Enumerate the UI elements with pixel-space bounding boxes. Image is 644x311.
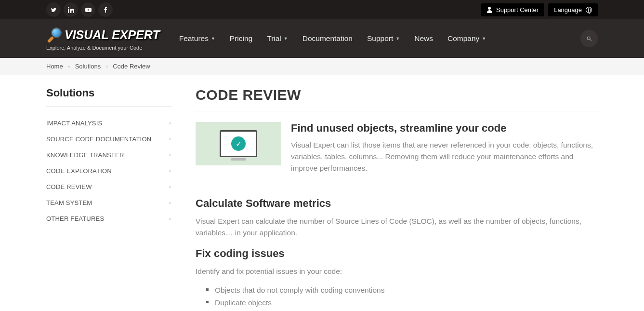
nav-pricing[interactable]: Pricing [230, 34, 252, 43]
nav-support[interactable]: Support▼ [367, 34, 400, 43]
nav-news[interactable]: News [414, 34, 433, 43]
sidebar-title: Solutions [46, 87, 171, 107]
sidebar-item[interactable]: IMPACT ANALYSIS» [46, 115, 171, 131]
sidebar-item[interactable]: TEAM SYSTEM» [46, 195, 171, 211]
section-unused-objects: ✓ Find unused objects, streamline your c… [196, 122, 598, 183]
issues-list: Objects that do not comply with coding c… [196, 284, 598, 311]
sidebar-item[interactable]: CODE REVIEW» [46, 179, 171, 195]
globe-icon [586, 7, 592, 13]
chevron-right-icon: » [169, 168, 171, 174]
sidebar-item[interactable]: SOURCE CODE DOCUMENTATION» [46, 131, 171, 147]
sidebar-item-label: CODE EXPLORATION [46, 167, 112, 175]
chevron-right-icon: » [169, 200, 171, 205]
sidebar-item-label: CODE REVIEW [46, 183, 92, 190]
section2-paragraph: Visual Expert can calculate the number o… [196, 216, 598, 239]
main-nav: VISUAL EXPERT Explore, Analyze & Documen… [0, 19, 644, 58]
sidebar-item-label: TEAM SYSTEM [46, 199, 92, 206]
section1-heading: Find unused objects, streamline your cod… [291, 122, 598, 135]
content: Solutions IMPACT ANALYSIS»SOURCE CODE DO… [0, 75, 644, 311]
social-links [46, 2, 113, 17]
language-button[interactable]: Language [548, 3, 598, 16]
facebook-icon[interactable] [98, 2, 113, 17]
youtube-icon[interactable] [81, 2, 95, 17]
sidebar-item-label: SOURCE CODE DOCUMENTATION [46, 135, 151, 143]
sidebar-item[interactable]: OTHER FEATURES» [46, 211, 171, 227]
top-bar: Support Center Language [0, 0, 644, 19]
breadcrumb-solutions[interactable]: Solutions [75, 63, 101, 70]
magnifier-icon [46, 27, 63, 43]
list-item: Objects that do not comply with coding c… [215, 284, 598, 297]
feature-image: ✓ [196, 122, 281, 165]
support-center-button[interactable]: Support Center [481, 3, 544, 16]
chevron-right-icon: » [68, 64, 70, 69]
nav-trial[interactable]: Trial▼ [267, 34, 288, 43]
sidebar-item[interactable]: CODE EXPLORATION» [46, 163, 171, 179]
tagline: Explore, Analyze & Document your Code [46, 45, 160, 51]
breadcrumb: Home » Solutions » Code Review [0, 58, 644, 75]
section3-paragraph: Identify and fix potential issues in you… [196, 266, 598, 277]
monitor-icon: ✓ [220, 130, 257, 157]
logo[interactable]: VISUAL EXPERT Explore, Analyze & Documen… [46, 27, 160, 51]
nav-links: Features▼ Pricing Trial▼ Documentation S… [179, 34, 580, 43]
main: CODE REVIEW ✓ Find unused objects, strea… [196, 87, 598, 311]
chevron-down-icon: ▼ [395, 36, 400, 41]
chevron-right-icon: » [169, 121, 171, 126]
chevron-right-icon: » [169, 136, 171, 142]
checkmark-icon: ✓ [231, 136, 246, 151]
list-item: Duplicate objects [215, 297, 598, 309]
page-title: CODE REVIEW [196, 87, 598, 111]
chevron-down-icon: ▼ [482, 36, 486, 41]
language-label: Language [554, 6, 582, 14]
breadcrumb-current: Code Review [113, 63, 150, 70]
topbar-right: Support Center Language [481, 3, 598, 16]
brand-name: VISUAL EXPERT [65, 28, 160, 42]
user-icon [487, 7, 492, 13]
support-center-label: Support Center [496, 6, 539, 14]
chevron-right-icon: » [105, 64, 108, 69]
breadcrumb-home[interactable]: Home [46, 63, 63, 70]
sidebar: Solutions IMPACT ANALYSIS»SOURCE CODE DO… [46, 87, 171, 311]
chevron-right-icon: » [169, 216, 171, 221]
search-icon [586, 36, 592, 42]
section1-paragraph: Visual Expert can list those items that … [291, 139, 598, 174]
nav-features[interactable]: Features▼ [179, 34, 215, 43]
sidebar-item-label: KNOWLEDGE TRANSFER [46, 151, 124, 159]
sidebar-item-label: OTHER FEATURES [46, 215, 104, 222]
nav-documentation[interactable]: Documentation [302, 34, 353, 43]
twitter-icon[interactable] [46, 2, 61, 17]
nav-company[interactable]: Company▼ [447, 34, 486, 43]
section3-heading: Fix coding issues [196, 247, 598, 260]
chevron-down-icon: ▼ [211, 36, 215, 41]
chevron-right-icon: » [169, 152, 171, 158]
linkedin-icon[interactable] [64, 2, 78, 17]
search-button[interactable] [580, 30, 598, 47]
chevron-right-icon: » [169, 184, 171, 189]
sidebar-item[interactable]: KNOWLEDGE TRANSFER» [46, 147, 171, 163]
sidebar-item-label: IMPACT ANALYSIS [46, 120, 102, 127]
section2-heading: Calculate Software metrics [196, 197, 598, 210]
chevron-down-icon: ▼ [284, 36, 288, 41]
